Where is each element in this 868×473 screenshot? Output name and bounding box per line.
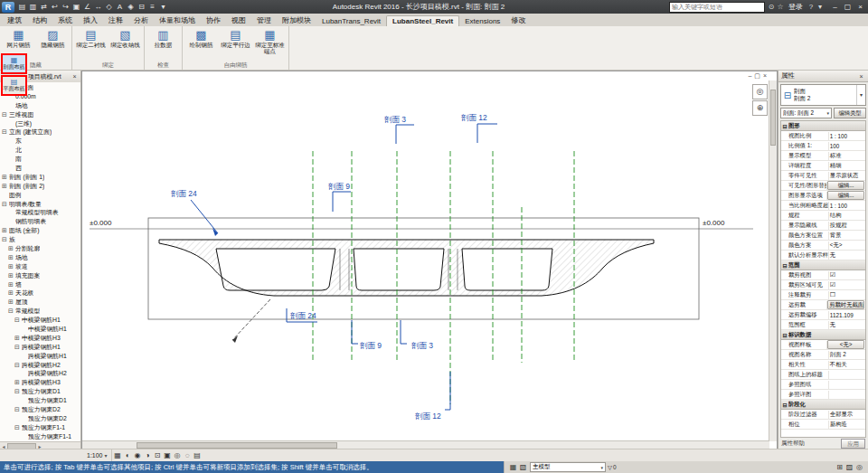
zoom-icon[interactable]: ⊕ — [752, 100, 768, 116]
detail-level-icon[interactable]: ▦ — [113, 451, 123, 459]
horizontal-scrollbar[interactable] — [82, 440, 769, 449]
tree-item[interactable]: ⊟ 预应力钢束D1 — [0, 387, 80, 396]
shadows-icon[interactable]: ◑ — [143, 451, 153, 459]
property-row[interactable]: 比例值 1: 100 — [781, 141, 865, 151]
tree-item[interactable]: 钢筋明细表 — [0, 217, 80, 226]
section-view-drawing[interactable]: ±0.000 ±0.000 剖面 3 剖面 — [82, 71, 777, 449]
sun-icon[interactable]: ◉ — [133, 451, 143, 459]
tree-toggle-icon[interactable]: ⊟ — [2, 128, 9, 136]
ribbon-tab[interactable]: 建筑 — [2, 14, 27, 26]
tree-item[interactable]: 常规模型明细表 — [0, 208, 80, 217]
tree-item[interactable]: 预应力钢束D2 — [0, 414, 80, 423]
ribbon-tab[interactable]: 分析 — [128, 14, 154, 26]
tree-toggle-icon[interactable]: ⊞ — [8, 272, 15, 279]
vertical-scrollbar[interactable] — [769, 80, 777, 441]
property-value[interactable]: 显示原状态 — [829, 172, 865, 180]
side-toolbar-button[interactable]: ▦ 剖面布筋 — [1, 53, 27, 74]
tree-toggle-icon[interactable]: ⊟ — [2, 201, 9, 208]
tree-item[interactable]: ⊞ 剖面 (剖面 1) — [0, 173, 80, 182]
property-row[interactable]: 裁剪视图 ☑ — [781, 270, 865, 280]
tree-item[interactable]: ⊞ 剖面 (剖面 2) — [0, 182, 80, 191]
customize-icon[interactable]: ▾ — [158, 2, 168, 12]
property-value[interactable]: ☐ — [829, 291, 865, 298]
tree-toggle-icon[interactable]: ⊟ — [14, 344, 22, 351]
property-row[interactable]: 详细程度 精细 — [781, 161, 865, 171]
property-value[interactable]: <无> — [827, 340, 864, 349]
print-icon[interactable]: ▣ — [71, 2, 81, 12]
drawing-area[interactable]: ±0.000 ±0.000 剖面 3 剖面 — [81, 71, 778, 449]
tree-toggle-icon[interactable]: ⊞ — [2, 174, 9, 181]
ribbon-tab[interactable]: 系统 — [52, 14, 78, 26]
tree-item[interactable]: ⊞ 图纸 (全部) — [0, 226, 80, 235]
tree-item[interactable]: 东 — [0, 137, 80, 146]
property-row[interactable]: 远剪裁 剪裁时无截面线 — [781, 300, 865, 310]
tree-item[interactable]: 北 — [0, 146, 80, 155]
property-row[interactable]: 相位 新构造 — [781, 420, 865, 430]
tree-item[interactable]: ⊞ 填充图案 — [0, 271, 80, 280]
property-value[interactable]: 1121.109 — [829, 312, 865, 318]
property-value[interactable]: 新构造 — [829, 421, 865, 429]
property-row[interactable]: 范围框 无 — [781, 320, 865, 330]
ribbon-button[interactable]: ▩ 绘制钢筋 — [184, 27, 218, 61]
ribbon-button[interactable]: ▧ 绑定收纳线 — [108, 27, 142, 61]
tree-toggle-icon[interactable]: ⊞ — [8, 281, 15, 289]
property-value[interactable]: 剖面 2 — [829, 351, 865, 359]
ribbon-tab[interactable]: LubanSteel_Revit — [386, 15, 459, 26]
ribbon-tab[interactable]: 协作 — [201, 14, 226, 26]
property-value[interactable]: 100 — [829, 143, 865, 149]
property-row[interactable]: 显示隐藏线 按规程 — [781, 221, 865, 231]
tree-toggle-icon[interactable]: ⊞ — [8, 245, 15, 252]
property-row[interactable]: 默认分析显示样式 无 — [781, 251, 865, 260]
property-value[interactable]: 背景 — [829, 232, 865, 240]
property-value[interactable]: 剪裁时无截面线 — [827, 300, 864, 309]
design-options-icon[interactable]: ▧ — [518, 463, 528, 471]
scrollbar-thumb[interactable] — [137, 442, 337, 449]
property-row[interactable]: 可见性/图形替换 编辑... — [781, 181, 865, 191]
section-callout[interactable] — [445, 372, 450, 410]
chevron-down-icon[interactable]: ▾ — [856, 85, 865, 105]
close-icon[interactable]: × — [854, 2, 866, 12]
property-row[interactable]: 参照图纸 — [781, 380, 865, 390]
temp-view-icon[interactable]: ▤ — [193, 451, 203, 459]
ribbon-tab[interactable]: LubanTrans_Revit — [316, 16, 386, 26]
property-value[interactable]: <无> — [829, 241, 865, 250]
tree-toggle-icon[interactable]: ⊞ — [8, 298, 15, 306]
property-value[interactable]: 精细 — [829, 162, 865, 170]
search-icon[interactable]: ⊙ — [767, 3, 776, 11]
reveal-icon[interactable]: ◌ — [183, 451, 193, 459]
section-label[interactable]: 剖面 9 — [328, 182, 350, 191]
tree-item[interactable]: ⊟ 三维视图 — [0, 110, 80, 119]
property-value[interactable]: 编辑... — [827, 191, 864, 200]
property-row[interactable]: 图形显示选项 编辑... — [781, 191, 865, 201]
section-callout[interactable] — [401, 320, 407, 344]
tree-item[interactable]: ⊟ 中横梁钢筋H1 — [0, 316, 80, 325]
tree-item[interactable]: (三维) — [0, 119, 80, 128]
property-value[interactable]: 不相关 — [829, 361, 865, 369]
level-label-right[interactable]: ±0.000 — [703, 219, 725, 227]
tree-toggle-icon[interactable]: ⊟ — [14, 362, 22, 369]
tree-item[interactable]: 预应力钢束D1 — [0, 396, 80, 405]
show-crop-icon[interactable]: ▣ — [163, 451, 173, 459]
tree-toggle-icon[interactable]: ⊞ — [8, 289, 15, 297]
tree-toggle-icon[interactable]: ⊟ — [8, 307, 15, 315]
property-row[interactable]: 视图名称 剖面 2 — [781, 350, 865, 360]
property-value[interactable]: 结构 — [829, 212, 865, 220]
tree-toggle-icon[interactable]: ⊞ — [8, 254, 15, 261]
property-row[interactable]: 相关性 不相关 — [781, 360, 865, 370]
property-row[interactable]: 当比例粗略度超过... 1 : 100 — [781, 201, 865, 211]
property-value[interactable]: 编辑... — [827, 181, 864, 190]
visual-style-icon[interactable]: ◐ — [123, 451, 133, 459]
tree-item[interactable]: ⊞ 中横梁钢筋H3 — [0, 334, 80, 343]
temp-hide-icon[interactable]: ◎ — [173, 451, 183, 459]
restore-icon[interactable]: ▢ — [754, 72, 760, 80]
steering-wheel-icon[interactable]: ◎ — [752, 84, 768, 99]
tree-item[interactable]: 中横梁钢筋H1 — [0, 325, 80, 334]
property-value[interactable]: ☑ — [829, 271, 865, 279]
section-label[interactable]: 剖面 9 — [360, 341, 382, 350]
section-label[interactable]: 剖面 12 — [415, 412, 441, 421]
undo-icon[interactable]: ↩ — [50, 2, 60, 12]
ribbon-tab[interactable]: 管理 — [251, 14, 277, 26]
scrollbar-thumb[interactable] — [770, 90, 776, 146]
tree-toggle-icon[interactable]: ⊞ — [14, 335, 22, 342]
search-input[interactable] — [669, 2, 765, 13]
